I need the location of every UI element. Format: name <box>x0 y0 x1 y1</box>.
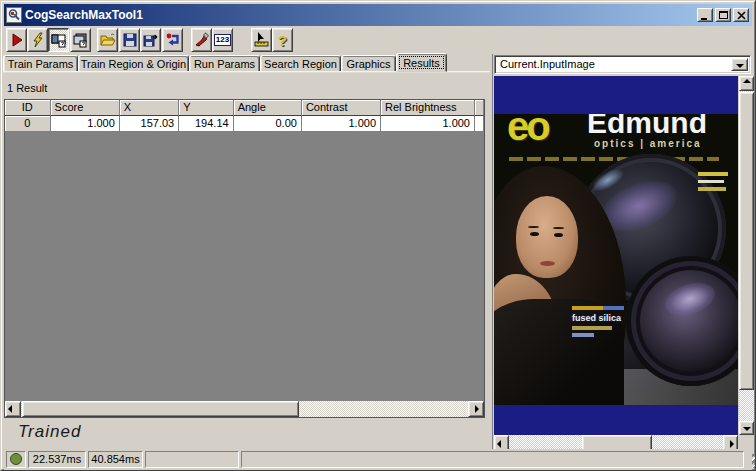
cell-filler <box>475 116 484 132</box>
app-icon <box>6 7 22 23</box>
column-header-id[interactable]: ID <box>5 100 51 116</box>
table-row[interactable]: 0 1.000 157.03 194.14 0.00 1.000 1.000 <box>5 116 484 132</box>
run-time-panel: 22.537ms <box>28 451 86 468</box>
lightning-icon <box>30 32 46 48</box>
column-header-x[interactable]: X <box>120 100 179 116</box>
save-as-icon <box>143 32 159 48</box>
model-eye-right <box>554 233 563 237</box>
float-result-window-button[interactable] <box>70 28 91 52</box>
image-selector-value: Current.InputImage <box>500 58 595 70</box>
total-time-panel: 40.854ms <box>88 451 143 468</box>
table-horizontal-scrollbar[interactable] <box>5 401 484 417</box>
cell-contrast: 1.000 <box>302 116 381 132</box>
vertical-scroll-thumb[interactable] <box>739 92 754 390</box>
status-panel-4 <box>241 451 744 468</box>
cell-rel-brightness: 1.000 <box>381 116 475 132</box>
side-bar-2 <box>698 180 724 183</box>
trained-status: Trained <box>18 422 81 442</box>
tab-run-params[interactable]: Run Params <box>189 55 260 72</box>
minimize-button[interactable] <box>697 8 713 22</box>
up-arrow-icon <box>743 79 751 83</box>
open-file-button[interactable] <box>97 28 118 52</box>
side-bar-1 <box>698 172 728 176</box>
column-header-angle[interactable]: Angle <box>234 100 302 116</box>
feature-bar-1 <box>572 306 624 310</box>
brand-subline: optics | america <box>594 138 702 149</box>
model-brow-left <box>528 226 539 228</box>
toolbar: 123 ? <box>4 27 752 53</box>
brand-text: Edmund <box>587 114 707 140</box>
feature-text-block: fused silica <box>572 306 624 340</box>
show-numeric-results-button[interactable]: 123 <box>212 28 233 52</box>
title-bar[interactable]: CogSearchMaxTool1 <box>4 4 752 26</box>
run-button[interactable] <box>6 28 27 52</box>
left-arrow-icon <box>8 405 12 413</box>
model-eye-left <box>530 232 539 236</box>
show-current-record-button[interactable] <box>48 28 69 52</box>
help-button[interactable]: ? <box>272 28 293 52</box>
save-icon <box>122 32 138 48</box>
model-brow-right <box>553 227 564 229</box>
status-bar: 22.537ms 40.854ms <box>4 449 752 470</box>
right-arrow-icon <box>730 440 734 448</box>
feature-text: fused silica <box>572 313 624 323</box>
help-icon: ? <box>278 33 287 48</box>
model-lips <box>540 261 555 266</box>
tab-graphics[interactable]: Graphics <box>341 55 396 72</box>
tab-train-region-origin[interactable]: Train Region & Origin <box>78 55 189 72</box>
image-selector-combobox[interactable]: Current.InputImage <box>494 55 751 74</box>
status-indicator-icon <box>10 453 22 465</box>
run-indicator-panel <box>6 451 26 468</box>
eo-logo: eo <box>507 114 548 149</box>
cell-y: 194.14 <box>179 116 233 132</box>
maximize-button[interactable] <box>715 8 731 22</box>
column-header-rel-brightness[interactable]: Rel Brightness <box>381 100 475 116</box>
scroll-left-button[interactable] <box>5 401 21 417</box>
image-bottom-band <box>494 405 738 435</box>
cell-id: 0 <box>5 116 51 132</box>
cell-score: 1.000 <box>51 116 120 132</box>
image-display[interactable]: eo Edmund optics | america fused silica <box>494 76 738 435</box>
tool-window: CogSearchMaxTool1 <box>0 0 756 471</box>
feature-bar-2 <box>572 326 612 330</box>
cell-x: 157.03 <box>120 116 179 132</box>
feature-bar-3 <box>572 333 594 337</box>
save-button[interactable] <box>119 28 140 52</box>
tab-results[interactable]: Results <box>396 53 447 72</box>
panel-divider <box>492 54 493 454</box>
catalog-image: eo Edmund optics | america fused silica <box>494 114 738 405</box>
save-as-button[interactable] <box>140 28 161 52</box>
record-display-icon <box>51 32 67 48</box>
numbers-icon: 123 <box>214 34 231 46</box>
scroll-thumb[interactable] <box>22 401 299 417</box>
image-vertical-scrollbar[interactable] <box>739 76 754 435</box>
reset-button[interactable] <box>162 28 183 52</box>
side-bar-3 <box>698 187 726 191</box>
cell-angle: 0.00 <box>234 116 302 132</box>
close-button[interactable] <box>733 8 749 22</box>
scroll-up-button[interactable] <box>739 76 754 91</box>
column-header-contrast[interactable]: Contrast <box>302 100 381 116</box>
chevron-down-icon <box>736 64 744 68</box>
left-arrow-icon <box>497 440 501 448</box>
result-count: 1 Result <box>7 82 47 94</box>
catalog-tagline <box>509 157 719 161</box>
float-window-icon <box>73 32 89 48</box>
column-header-score[interactable]: Score <box>51 100 120 116</box>
window-title: CogSearchMaxTool1 <box>25 8 143 22</box>
window-frame: CogSearchMaxTool1 <box>1 1 755 470</box>
scroll-right-button[interactable] <box>468 401 484 417</box>
edit-tool-graphics-button[interactable] <box>191 28 212 52</box>
column-header-y[interactable]: Y <box>179 100 233 116</box>
down-arrow-icon <box>743 427 751 431</box>
tab-search-region[interactable]: Search Region <box>260 55 341 72</box>
combobox-dropdown-button[interactable] <box>731 58 748 71</box>
electric-run-button[interactable] <box>27 28 48 52</box>
open-folder-icon <box>100 32 116 48</box>
tab-train-params[interactable]: Train Params <box>3 55 78 72</box>
pointer-ruler-icon <box>254 32 270 48</box>
tab-strip: Train Params Train Region & Origin Run P… <box>3 55 447 72</box>
run-icon <box>9 32 25 48</box>
scroll-down-button[interactable] <box>739 421 754 435</box>
pointer-measure-button[interactable] <box>251 28 272 52</box>
